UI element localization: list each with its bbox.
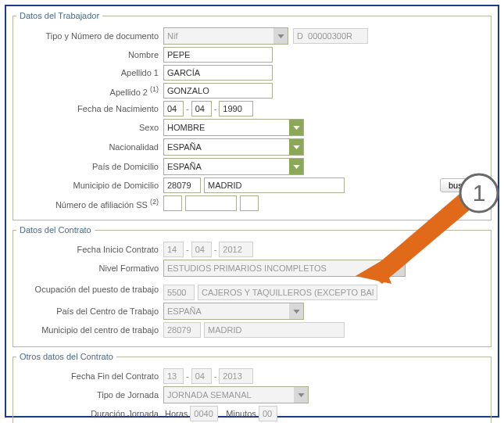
start-year-input [219, 242, 253, 257]
other-fieldset: Otros datos del Contrato Fecha Fin del C… [13, 352, 491, 423]
end-month-input [191, 368, 212, 384]
center-muni-name-input [204, 322, 345, 338]
daytype-select: JORNADA SEMANAL [163, 386, 309, 403]
muni-code-input[interactable] [163, 177, 201, 193]
name-label: Nombre [16, 50, 163, 59]
start-day-input [163, 242, 184, 257]
muni-name-input[interactable] [204, 177, 345, 193]
nat-label: Nacionalidad [16, 142, 163, 152]
chevron-down-icon [289, 303, 303, 319]
buscar-button[interactable]: buscar [440, 178, 483, 192]
docnum-input [293, 28, 368, 44]
muni-label: Municipio de Domicilio [16, 181, 163, 190]
start-month-input [191, 242, 212, 257]
surname1-label: Apellido 1 [16, 68, 163, 77]
chevron-down-icon [273, 28, 288, 44]
ssnum-input-3[interactable] [240, 195, 259, 211]
occ-text-input [198, 285, 377, 300]
country-select[interactable]: ESPAÑA [163, 158, 304, 175]
chevron-down-icon[interactable] [289, 159, 303, 174]
chevron-down-icon[interactable] [289, 139, 303, 155]
center-country-label: País del Centro de Trabajo [16, 306, 163, 316]
end-day-input [163, 368, 184, 384]
occ-label: Ocupación del puesto de trabajo [16, 285, 163, 295]
ssnum-label: Número de afiliación SS [55, 199, 148, 209]
ssnum-input-2[interactable] [185, 195, 237, 211]
edu-select: ESTUDIOS PRIMARIOS INCOMPLETOS [163, 260, 406, 277]
center-country-select: ESPAÑA [163, 303, 304, 320]
birth-day-input[interactable] [163, 101, 184, 117]
birth-month-input[interactable] [191, 101, 212, 117]
occ-code-input [163, 285, 195, 300]
contract-legend: Datos del Contrato [16, 225, 95, 235]
surname2-input[interactable] [163, 83, 273, 99]
worker-fieldset: Datos del Trabajador Tipo y Número de do… [13, 11, 491, 220]
end-label: Fecha Fin del Contrato [16, 371, 163, 381]
worker-legend: Datos del Trabajador [16, 11, 102, 20]
chevron-down-icon [391, 260, 405, 276]
edu-label: Nivel Formativo [16, 263, 163, 273]
mins-sublabel: Minutos [224, 409, 259, 418]
contract-fieldset: Datos del Contrato Fecha Inicio Contrato… [13, 225, 491, 347]
daytype-label: Tipo de Jornada [16, 390, 163, 400]
surname2-label: Apellido 2 [110, 87, 148, 96]
center-muni-code-input [163, 322, 201, 338]
sex-select[interactable]: HOMBRE [163, 119, 304, 136]
chevron-down-icon [294, 387, 308, 403]
name-input[interactable] [163, 47, 273, 63]
duration-hours-input [190, 406, 218, 421]
doctype-select: Nif [163, 27, 288, 45]
surname1-input[interactable] [163, 65, 273, 81]
doctype-label: Tipo y Número de documento [16, 31, 163, 41]
duration-mins-input [259, 406, 277, 421]
birth-label: Fecha de Nacimiento [16, 104, 163, 113]
birth-year-input[interactable] [219, 101, 253, 117]
ssnum-input-1[interactable] [163, 195, 182, 211]
chevron-down-icon[interactable] [289, 120, 303, 135]
other-legend: Otros datos del Contrato [16, 352, 116, 361]
end-year-input [219, 368, 253, 384]
sex-label: Sexo [16, 123, 163, 132]
start-label: Fecha Inicio Contrato [16, 245, 163, 254]
center-muni-label: Municipio del centro de trabajo [16, 325, 163, 335]
nationality-select[interactable]: ESPAÑA [163, 138, 304, 156]
duration-label: Duración Jornada [16, 409, 163, 418]
country-label: País de Domicilio [16, 162, 163, 171]
hours-sublabel: Horas [163, 409, 190, 418]
